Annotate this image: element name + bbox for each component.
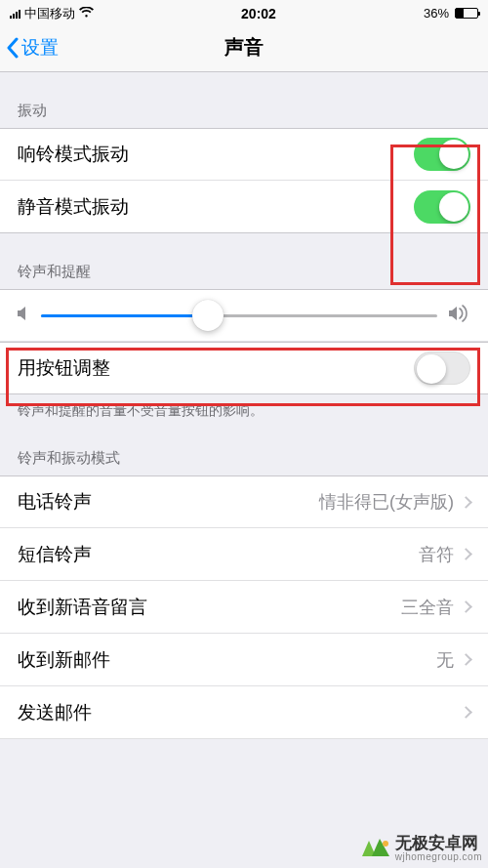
row-value: 无	[436, 648, 454, 672]
nav-bar: 设置 声音	[0, 23, 488, 72]
row-ringer-volume	[0, 289, 488, 342]
row-text-tone[interactable]: 短信铃声 音符	[0, 528, 488, 581]
section-header-vibration: 振动	[0, 72, 488, 128]
chevron-right-icon	[460, 548, 472, 560]
chevron-right-icon	[460, 496, 472, 509]
row-vibrate-on-silent: 静音模式振动	[0, 181, 488, 233]
row-value: 音符	[419, 543, 454, 566]
row-ringtone[interactable]: 电话铃声 情非得已(女声版)	[0, 475, 488, 528]
row-value: 情非得已(女声版)	[319, 490, 454, 514]
back-label: 设置	[21, 35, 59, 61]
row-label: 短信铃声	[18, 542, 92, 567]
section-header-ringer: 铃声和提醒	[0, 233, 488, 289]
row-new-voicemail[interactable]: 收到新语音留言 三全音	[0, 581, 488, 634]
watermark-logo-icon	[360, 837, 389, 860]
row-label: 静音模式振动	[18, 194, 129, 220]
page-title: 声音	[0, 34, 488, 61]
svg-point-0	[383, 841, 388, 847]
row-label: 电话铃声	[18, 489, 92, 515]
row-label: 收到新邮件	[18, 647, 110, 673]
clock-label: 20:02	[241, 6, 276, 21]
row-vibrate-on-ring: 响铃模式振动	[0, 128, 488, 181]
wifi-icon	[79, 6, 94, 21]
row-new-mail[interactable]: 收到新邮件 无	[0, 634, 488, 686]
volume-high-icon	[449, 305, 470, 326]
content: 振动 响铃模式振动 静音模式振动 铃声和提醒 用按钮调整 铃声和提醒的音量不受音…	[0, 72, 488, 739]
chevron-right-icon	[460, 653, 472, 666]
row-label: 发送邮件	[18, 700, 92, 725]
row-label: 用按钮调整	[18, 355, 110, 381]
ringer-volume-slider[interactable]	[41, 314, 437, 317]
status-bar: 中国移动 20:02 36%	[0, 0, 488, 23]
battery-percent-label: 36%	[424, 6, 449, 21]
watermark-title: 无极安卓网	[395, 835, 482, 852]
group-change-with-buttons: 用按钮调整	[0, 342, 488, 394]
row-label: 响铃模式振动	[18, 142, 129, 167]
slider-fill	[41, 314, 208, 317]
signal-icon	[10, 9, 20, 19]
section-footer-ringer: 铃声和提醒的音量不受音量按钮的影响。	[0, 394, 488, 420]
row-value: 三全音	[401, 596, 454, 619]
slider-thumb[interactable]	[192, 300, 224, 331]
volume-low-icon	[18, 306, 29, 325]
group-vibration: 响铃模式振动 静音模式振动	[0, 128, 488, 233]
chevron-left-icon	[6, 37, 20, 59]
section-header-patterns: 铃声和振动模式	[0, 420, 488, 475]
toggle-vibrate-on-ring[interactable]	[414, 138, 470, 171]
row-change-with-buttons: 用按钮调整	[0, 342, 488, 394]
group-patterns: 电话铃声 情非得已(女声版) 短信铃声 音符 收到新语音留言 三全音 收到新邮件…	[0, 475, 488, 739]
chevron-right-icon	[460, 600, 472, 613]
row-label: 收到新语音留言	[18, 595, 147, 620]
watermark-url: wjhomegroup.com	[395, 852, 482, 863]
status-left: 中国移动	[10, 5, 94, 22]
watermark: 无极安卓网 wjhomegroup.com	[360, 835, 482, 862]
row-sent-mail[interactable]: 发送邮件	[0, 686, 488, 739]
back-button[interactable]: 设置	[0, 35, 59, 61]
carrier-label: 中国移动	[24, 5, 75, 22]
battery-icon	[455, 8, 478, 19]
chevron-right-icon	[460, 706, 472, 719]
toggle-change-with-buttons[interactable]	[414, 351, 470, 385]
toggle-vibrate-on-silent[interactable]	[414, 190, 470, 224]
status-right: 36%	[424, 6, 478, 21]
